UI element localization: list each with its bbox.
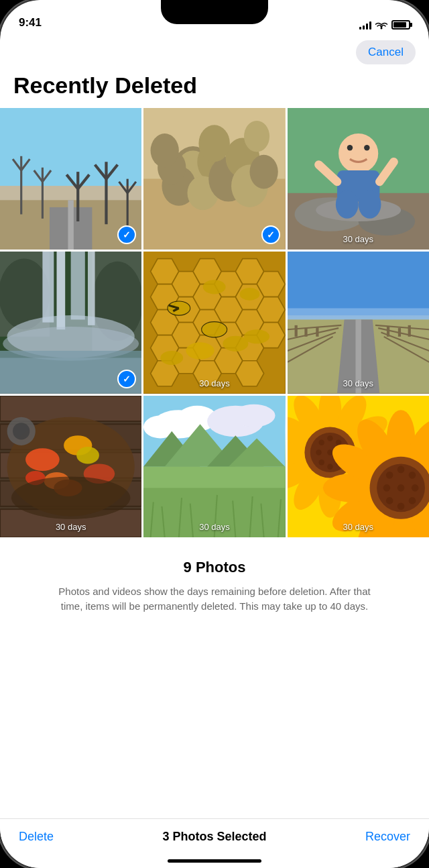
svg-point-181 — [316, 449, 321, 455]
svg-point-53 — [364, 145, 369, 150]
svg-rect-106 — [288, 252, 429, 315]
svg-point-202 — [386, 472, 393, 479]
svg-rect-123 — [397, 328, 400, 337]
photo-cell-5[interactable]: 30 days — [143, 252, 285, 393]
svg-point-104 — [161, 351, 184, 365]
photo-cell-7[interactable]: 30 days — [0, 396, 141, 537]
svg-point-52 — [347, 145, 352, 150]
svg-point-132 — [25, 448, 60, 471]
svg-point-208 — [397, 502, 404, 510]
days-label-3: 30 days — [288, 234, 429, 244]
svg-point-178 — [327, 435, 332, 441]
svg-point-147 — [233, 404, 275, 427]
wifi-icon — [375, 20, 387, 30]
signal-icon — [359, 20, 371, 30]
photo-grid: ✓ — [0, 108, 429, 537]
svg-point-186 — [327, 449, 332, 455]
days-label-6: 30 days — [288, 378, 429, 388]
svg-point-206 — [386, 497, 393, 504]
svg-point-49 — [358, 191, 381, 219]
svg-point-39 — [151, 133, 179, 168]
svg-point-136 — [76, 447, 99, 464]
svg-point-0 — [381, 28, 383, 30]
battery-icon — [391, 20, 410, 30]
checkmark-icon-4: ✓ — [123, 374, 131, 384]
svg-point-203 — [408, 472, 416, 479]
svg-rect-120 — [304, 328, 307, 337]
days-label-5: 30 days — [143, 378, 285, 388]
delete-button[interactable]: Delete — [19, 830, 72, 844]
svg-point-204 — [383, 484, 390, 492]
home-indicator — [168, 859, 261, 863]
phone-frame: 9:41 — [0, 0, 429, 868]
photo-cell-4[interactable]: ✓ — [0, 252, 141, 393]
photo-cell-8[interactable]: 30 days — [143, 396, 285, 537]
svg-rect-5 — [68, 200, 73, 250]
photo-cell-9[interactable]: 30 days — [288, 396, 429, 537]
photo-cell-3[interactable]: 30 days — [288, 108, 429, 250]
svg-point-141 — [13, 423, 29, 439]
svg-point-37 — [250, 155, 278, 189]
recover-button[interactable]: Recover — [357, 830, 410, 844]
days-label-7: 30 days — [0, 522, 141, 532]
photo-cell-6[interactable]: 30 days — [288, 252, 429, 393]
svg-rect-119 — [294, 325, 297, 337]
photo-cell-1[interactable]: ✓ — [0, 108, 141, 250]
selected-count-label: 3 Photos Selected — [162, 830, 266, 844]
photo-cell-2[interactable]: ✓ — [143, 108, 285, 250]
svg-rect-59 — [42, 252, 54, 323]
svg-point-207 — [408, 497, 416, 504]
svg-point-209 — [397, 484, 404, 492]
svg-point-180 — [336, 439, 341, 445]
info-section: 9 Photos Photos and videos show the days… — [0, 537, 429, 628]
svg-rect-122 — [408, 325, 410, 337]
svg-point-38 — [199, 125, 230, 162]
svg-point-102 — [203, 280, 226, 294]
svg-point-45 — [316, 199, 401, 221]
svg-point-205 — [412, 484, 419, 492]
photo-count: 9 Photos — [13, 559, 416, 576]
status-time: 9:41 — [19, 16, 42, 30]
svg-point-100 — [240, 288, 260, 301]
svg-point-201 — [397, 466, 404, 473]
svg-point-48 — [336, 191, 359, 219]
selected-badge-4: ✓ — [117, 370, 136, 388]
svg-point-179 — [318, 439, 324, 445]
days-label-9: 30 days — [288, 522, 429, 532]
svg-rect-121 — [316, 327, 318, 337]
selected-badge-2: ✓ — [261, 225, 280, 244]
svg-point-46 — [339, 133, 378, 173]
header: Cancel — [0, 35, 429, 67]
checkmark-icon-1: ✓ — [123, 230, 131, 239]
status-icons — [359, 20, 410, 30]
svg-point-40 — [244, 121, 269, 152]
svg-rect-62 — [88, 252, 95, 325]
svg-point-185 — [327, 464, 332, 469]
svg-point-105 — [244, 330, 269, 344]
svg-point-101 — [186, 343, 214, 360]
checkmark-icon-2: ✓ — [267, 230, 275, 239]
page-title: Recently Deleted — [0, 67, 429, 108]
svg-point-139 — [11, 476, 131, 519]
svg-rect-61 — [71, 252, 85, 319]
svg-rect-124 — [387, 327, 389, 337]
info-description: Photos and videos show the days remainin… — [47, 584, 382, 614]
days-label-8: 30 days — [143, 522, 285, 532]
notch — [161, 0, 268, 24]
phone-screen: 9:41 — [0, 0, 429, 868]
cancel-button[interactable]: Cancel — [356, 40, 416, 64]
svg-point-183 — [318, 459, 324, 465]
